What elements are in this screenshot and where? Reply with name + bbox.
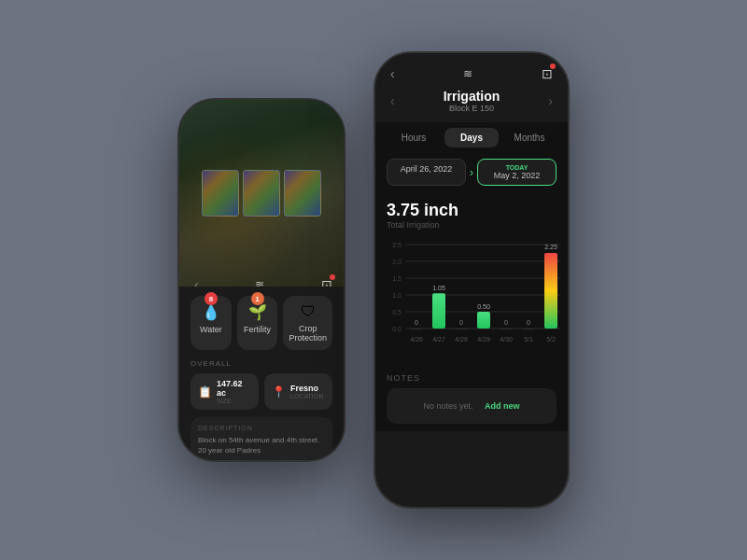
date-arrow: › <box>466 159 477 186</box>
notes-card: No notes yet. Add new <box>387 388 557 424</box>
info-cards: 📋 147.62 ac SIZE 📍 Fresno LOCATION <box>190 373 332 410</box>
svg-text:0.50: 0.50 <box>477 303 490 310</box>
right-phone-header: ‹ ≋ ⊡ <box>375 53 568 89</box>
back-button-right[interactable]: ‹ <box>390 66 395 81</box>
svg-text:4/29: 4/29 <box>477 336 490 343</box>
overall-label: OVERALL <box>190 359 332 368</box>
description-label: DESCRIPTION <box>198 425 325 431</box>
svg-text:5/2: 5/2 <box>546 336 556 343</box>
fertility-badge: 1 <box>251 292 264 305</box>
tab-months[interactable]: Months <box>502 128 557 147</box>
svg-text:0: 0 <box>415 319 418 326</box>
svg-rect-18 <box>455 329 468 329</box>
title-section: ‹ Irrigation Block E 150 › <box>375 89 568 122</box>
fertility-label: Fertility <box>244 325 271 334</box>
tab-days[interactable]: Days <box>444 128 499 147</box>
size-card: 📋 147.62 ac SIZE <box>190 373 259 410</box>
svg-text:2.25: 2.25 <box>544 244 557 250</box>
total-value: 3.75 inch <box>387 201 557 220</box>
svg-rect-15 <box>432 293 445 329</box>
location-sublabel: LOCATION <box>290 393 325 399</box>
svg-rect-30 <box>544 253 557 329</box>
location-card: 📍 Fresno LOCATION <box>264 373 332 410</box>
svg-text:0: 0 <box>527 319 530 326</box>
bar-chart: 2.5 2.0 1.5 1.0 0.5 0.0 0 4/26 <box>387 237 560 358</box>
notification-dot-right <box>550 63 556 69</box>
tab-hours[interactable]: Hours <box>387 128 441 147</box>
back-button-left[interactable]: ‹ <box>194 277 199 287</box>
water-icon: 💧 <box>202 303 220 321</box>
share-icon-right[interactable]: ⊡ <box>542 66 553 81</box>
page-subtitle: Block E 150 <box>395 104 549 113</box>
tabs-section: Hours Days Months <box>375 122 568 153</box>
date-to-badge[interactable]: TODAY May 2, 2022 <box>477 159 557 186</box>
chart-area: 2.5 2.0 1.5 1.0 0.5 0.0 0 4/26 <box>387 237 557 358</box>
svg-text:4/26: 4/26 <box>410 336 423 343</box>
svg-text:2.5: 2.5 <box>392 242 402 248</box>
page-title: Irrigation <box>395 89 549 104</box>
size-value: 147.62 ac <box>217 379 251 398</box>
signal-icon-right: ≋ <box>463 67 472 80</box>
date-from-badge[interactable]: April 26, 2022 <box>387 159 466 186</box>
description-section: DESCRIPTION Block on 54th avenue and 4th… <box>190 417 332 462</box>
size-icon: 📋 <box>198 385 212 399</box>
svg-text:0.0: 0.0 <box>392 326 402 332</box>
notes-empty-text: No notes yet. <box>424 401 473 411</box>
water-label: Water <box>200 325 222 334</box>
left-phone-content: 8 💧 Water 1 🌱 Fertility 🛡 Crop Protectio… <box>179 287 344 462</box>
svg-text:0.5: 0.5 <box>392 309 402 315</box>
crop-protection-icon: 🛡 <box>301 303 316 320</box>
next-nav[interactable]: › <box>548 93 553 108</box>
crop-protection-label: Crop Protection <box>289 324 327 343</box>
svg-rect-24 <box>500 329 513 329</box>
svg-text:4/30: 4/30 <box>500 336 513 343</box>
right-phone: ‹ ≋ ⊡ ‹ Irrigation Block E 150 › Hours D… <box>374 51 570 509</box>
notification-dot-left <box>330 274 335 280</box>
fertility-btn[interactable]: 1 🌱 Fertility <box>237 296 278 350</box>
signal-icon-left: ≋ <box>255 278 264 287</box>
svg-text:4/28: 4/28 <box>455 336 468 343</box>
description-text: Block on 54th avenue and 4th street. 20 … <box>198 435 325 455</box>
svg-text:0: 0 <box>459 319 463 326</box>
size-sublabel: SIZE <box>217 398 251 404</box>
notes-section: NOTES No notes yet. Add new <box>375 366 568 431</box>
overall-section: OVERALL 📋 147.62 ac SIZE 📍 Fresno LOC <box>190 359 332 410</box>
date-from-text: April 26, 2022 <box>395 164 458 174</box>
aerial-image: ‹ ≋ ⊡ <box>179 100 344 287</box>
svg-text:4/27: 4/27 <box>432 336 445 343</box>
location-value: Fresno <box>290 384 325 393</box>
fertility-icon: 🌱 <box>248 303 267 321</box>
action-buttons: 8 💧 Water 1 🌱 Fertility 🛡 Crop Protectio… <box>190 296 332 350</box>
date-to-text: May 2, 2022 <box>486 171 548 180</box>
share-icon-left[interactable]: ⊡ <box>321 277 332 287</box>
water-badge: 8 <box>204 292 218 305</box>
svg-rect-27 <box>522 329 535 329</box>
water-btn[interactable]: 8 💧 Water <box>190 296 232 350</box>
svg-text:1.0: 1.0 <box>392 292 402 299</box>
svg-text:5/1: 5/1 <box>524 336 533 343</box>
date-range: April 26, 2022 › TODAY May 2, 2022 <box>375 153 568 193</box>
svg-text:1.05: 1.05 <box>432 285 445 291</box>
location-icon: 📍 <box>272 385 286 399</box>
svg-text:2.0: 2.0 <box>392 259 402 265</box>
left-phone: ‹ ≋ ⊡ 8 💧 Water <box>177 98 345 462</box>
chart-section: 3.75 inch Total Irrigation 2.5 2.0 1.5 1… <box>375 193 568 366</box>
crop-protection-btn[interactable]: 🛡 Crop Protection <box>283 296 332 350</box>
svg-rect-21 <box>477 312 490 329</box>
svg-text:1.5: 1.5 <box>392 275 402 282</box>
today-label: TODAY <box>486 164 548 171</box>
svg-text:0: 0 <box>504 319 508 326</box>
total-label: Total Irrigation <box>387 220 557 230</box>
svg-rect-12 <box>410 329 423 329</box>
notes-title: NOTES <box>387 373 557 383</box>
add-note-link[interactable]: Add new <box>485 401 520 411</box>
